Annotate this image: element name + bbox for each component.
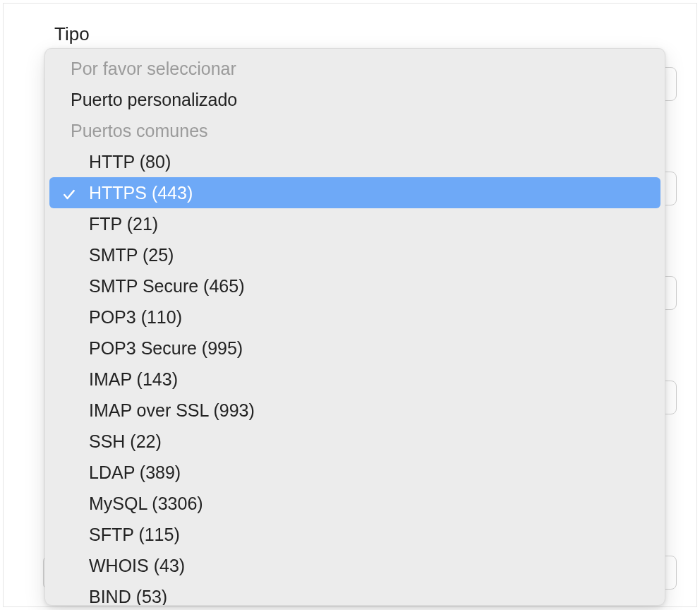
dropdown-option-port[interactable]: IMAP (143) [45,364,665,395]
dropdown-option-label: FTP (21) [89,214,158,234]
dropdown-option-port[interactable]: SSH (22) [45,426,665,457]
dropdown-option-label: HTTPS (443) [89,183,193,203]
dropdown-option-label: BIND (53) [89,587,167,606]
dropdown-option-label: IMAP over SSL (993) [89,400,255,421]
dropdown-group-header-common-ports: Puertos comunes [45,115,665,146]
dropdown-option-port[interactable]: IMAP over SSL (993) [45,395,665,426]
dropdown-option-label: HTTP (80) [89,152,171,172]
dropdown-option-port[interactable]: POP3 (110) [45,301,665,333]
dropdown-option-port[interactable]: WHOIS (43) [45,550,665,581]
dropdown-option-port[interactable]: BIND (53) [45,581,665,606]
dropdown-option-port[interactable]: HTTP (80) [45,146,665,177]
dropdown-option-custom-port[interactable]: Puerto personalizado [45,84,665,115]
dropdown-group-header-label: Puertos comunes [71,121,208,141]
dropdown-option-port[interactable]: POP3 Secure (995) [45,333,665,364]
dropdown-option-label: SMTP Secure (465) [89,276,244,297]
dropdown-option-port[interactable]: HTTPS (443) [49,177,660,208]
dropdown-option-label: WHOIS (43) [89,556,185,576]
dropdown-option-label: MySQL (3306) [89,494,203,514]
field-label-tipo: Tipo [54,23,90,45]
dropdown-option-label: Puerto personalizado [71,90,237,110]
dropdown-option-label: POP3 (110) [89,307,182,328]
dropdown-option-label: POP3 Secure (995) [89,338,243,359]
dropdown-option-port[interactable]: LDAP (389) [45,457,665,488]
port-type-dropdown[interactable]: Por favor seleccionar Puerto personaliza… [44,48,665,606]
dropdown-option-label: SMTP (25) [89,245,174,265]
dropdown-option-label: SFTP (115) [89,525,180,545]
dropdown-option-label: LDAP (389) [89,462,181,483]
check-icon [62,186,76,200]
dropdown-placeholder: Por favor seleccionar [45,53,665,84]
dropdown-option-label: IMAP (143) [89,369,178,390]
dropdown-option-port[interactable]: SMTP Secure (465) [45,270,665,301]
dropdown-option-port[interactable]: FTP (21) [45,208,665,239]
dropdown-placeholder-text: Por favor seleccionar [71,59,236,79]
dropdown-option-port[interactable]: MySQL (3306) [45,488,665,519]
form-panel: Tipo N Por favor seleccionar Puerto pers… [3,3,697,607]
dropdown-option-port[interactable]: SMTP (25) [45,239,665,270]
dropdown-option-label: SSH (22) [89,431,162,452]
dropdown-option-port[interactable]: SFTP (115) [45,519,665,550]
